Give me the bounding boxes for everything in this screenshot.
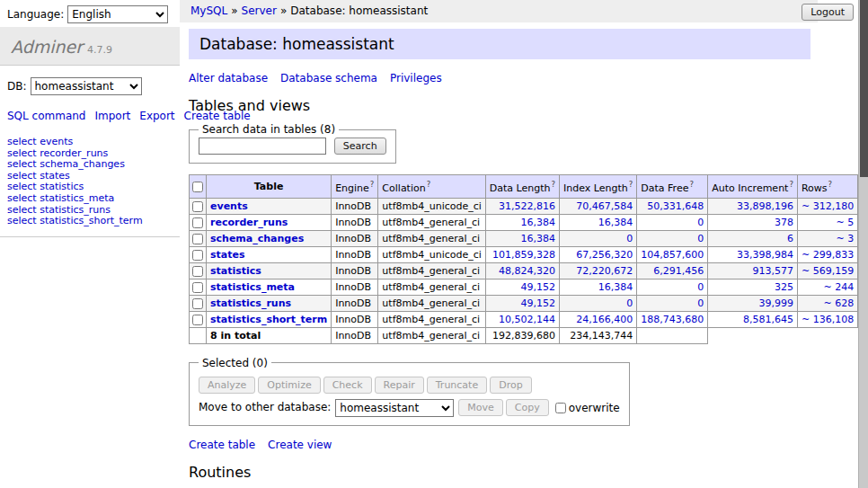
data-length-link[interactable]: 16,384 [521, 217, 556, 228]
data-free-link[interactable]: 188,743,680 [641, 314, 704, 325]
db-select[interactable]: homeassistant [31, 77, 142, 95]
row-checkbox[interactable] [192, 234, 203, 244]
rows-estimate-link[interactable]: ~ 299,833 [802, 249, 854, 261]
table-link-events[interactable]: events [210, 200, 248, 212]
data-free-link[interactable]: 0 [697, 233, 704, 244]
row-checkbox[interactable] [192, 315, 203, 325]
rows-estimate-link[interactable]: ~ 312,180 [802, 200, 854, 212]
column-help-link[interactable]: ? [629, 180, 633, 189]
auto-increment-link[interactable]: 378 [775, 217, 793, 228]
breadcrumb-mysql-link[interactable]: MySQL [190, 4, 227, 17]
rows-estimate-link[interactable]: ~ 628 [823, 297, 854, 309]
copy-button[interactable]: Copy [506, 399, 549, 416]
truncate-button[interactable]: Truncate [427, 377, 487, 394]
data-free-link[interactable]: 0 [697, 217, 704, 228]
sidebar-item-select-statistics-meta[interactable]: select statistics_meta [7, 193, 173, 205]
scrollbar-thumb[interactable] [860, 0, 868, 177]
logout-button[interactable]: Logout [802, 4, 854, 21]
rows-estimate-link[interactable]: ~ 3 [836, 233, 854, 244]
scrollbar[interactable] [858, 0, 868, 488]
table-link-schema-changes[interactable]: schema_changes [210, 233, 304, 244]
column-help-link[interactable]: ? [552, 180, 556, 189]
rows-estimate-link[interactable]: ~ 569,159 [802, 265, 854, 277]
row-checkbox[interactable] [192, 201, 203, 212]
table-name-cell: statistics [207, 262, 332, 279]
search-input[interactable] [199, 138, 326, 155]
data-length-cell: 16,384 [485, 214, 559, 230]
auto-increment-link[interactable]: 325 [775, 281, 793, 293]
alter-database-link[interactable]: Alter database [189, 72, 268, 84]
data-free-link[interactable]: 0 [697, 297, 704, 309]
index-length-link[interactable]: 70,467,584 [576, 200, 633, 212]
column-help-link[interactable]: ? [689, 180, 694, 189]
index-length-link[interactable]: 72,220,672 [576, 265, 633, 277]
data-free-link[interactable]: 50,331,648 [647, 200, 704, 212]
table-link-statistics-meta[interactable]: statistics_meta [210, 281, 295, 293]
data-free-link[interactable]: 0 [697, 281, 704, 293]
privileges-link[interactable]: Privileges [390, 72, 442, 84]
sidebar-item-select-statistics-short-term[interactable]: select statistics_short_term [7, 216, 173, 227]
sidebar-link-sql-command[interactable]: SQL command [7, 110, 85, 122]
check-button[interactable]: Check [323, 377, 372, 394]
row-checkbox[interactable] [192, 250, 203, 261]
index-length-link[interactable]: 0 [626, 233, 633, 244]
data-length-link[interactable]: 10,502,144 [499, 314, 555, 325]
overwrite-checkbox[interactable] [555, 403, 566, 413]
row-checkbox[interactable] [192, 282, 203, 293]
column-help-link[interactable]: ? [427, 180, 431, 189]
sidebar-item-select-schema-changes[interactable]: select schema_changes [7, 159, 173, 171]
rows-estimate-link[interactable]: ~ 136,108 [802, 314, 854, 325]
auto-increment-link[interactable]: 913,577 [752, 265, 793, 277]
index-length-link[interactable]: 0 [626, 297, 633, 309]
sidebar-link-export[interactable]: Export [139, 110, 174, 122]
breadcrumb-server-link[interactable]: Server [242, 4, 277, 17]
column-header-label: Table [254, 181, 284, 192]
row-select-cell [190, 230, 207, 246]
move-button[interactable]: Move [458, 399, 503, 416]
table-link-recorder-runs[interactable]: recorder_runs [210, 217, 288, 228]
create-view-link[interactable]: Create view [268, 439, 332, 451]
sidebar-item-select-events[interactable]: select events [7, 137, 173, 148]
data-length-link[interactable]: 31,522,816 [499, 200, 555, 212]
data-length-link[interactable]: 48,824,320 [499, 265, 555, 277]
sidebar-link-import[interactable]: Import [94, 110, 130, 122]
auto-increment-link[interactable]: 33,398,984 [737, 249, 793, 261]
row-checkbox[interactable] [192, 266, 203, 277]
search-button[interactable]: Search [334, 138, 386, 155]
analyze-button[interactable]: Analyze [199, 377, 255, 394]
table-link-statistics[interactable]: statistics [210, 265, 261, 277]
data-length-link[interactable]: 16,384 [521, 233, 556, 244]
auto-increment-link[interactable]: 33,898,196 [737, 200, 793, 212]
index-length-link[interactable]: 16,384 [598, 217, 633, 228]
create-table-link[interactable]: Create table [189, 439, 255, 451]
data-free-link[interactable]: 104,857,600 [641, 249, 704, 261]
overwrite-label[interactable]: overwrite [569, 401, 620, 413]
table-link-statistics-short-term[interactable]: statistics_short_term [210, 314, 327, 325]
table-link-statistics-runs[interactable]: statistics_runs [210, 297, 291, 309]
data-length-link[interactable]: 49,152 [521, 281, 556, 293]
index-length-link[interactable]: 16,384 [598, 281, 633, 293]
column-help-link[interactable]: ? [370, 180, 375, 189]
index-length-link[interactable]: 24,166,400 [576, 314, 633, 325]
column-help-link[interactable]: ? [828, 180, 833, 189]
select-all-checkbox[interactable] [192, 182, 203, 192]
auto-increment-link[interactable]: 39,999 [758, 297, 793, 309]
index-length-link[interactable]: 67,256,320 [576, 249, 633, 261]
optimize-button[interactable]: Optimize [258, 377, 320, 394]
auto-increment-link[interactable]: 8,581,645 [743, 314, 793, 325]
database-schema-link[interactable]: Database schema [280, 72, 377, 84]
row-checkbox[interactable] [192, 217, 203, 228]
data-free-link[interactable]: 6,291,456 [653, 265, 704, 277]
data-length-link[interactable]: 101,859,328 [492, 249, 555, 261]
table-link-states[interactable]: states [210, 249, 245, 261]
row-checkbox[interactable] [192, 298, 203, 309]
move-db-select[interactable]: homeassistant [335, 399, 454, 417]
data-length-link[interactable]: 49,152 [521, 297, 556, 309]
column-help-link[interactable]: ? [789, 180, 793, 189]
auto-increment-link[interactable]: 6 [787, 233, 793, 244]
rows-estimate-link[interactable]: ~ 244 [823, 281, 854, 293]
repair-button[interactable]: Repair [375, 377, 424, 394]
language-select[interactable]: English [67, 5, 168, 23]
drop-button[interactable]: Drop [490, 377, 531, 394]
rows-estimate-link[interactable]: ~ 5 [836, 217, 854, 228]
